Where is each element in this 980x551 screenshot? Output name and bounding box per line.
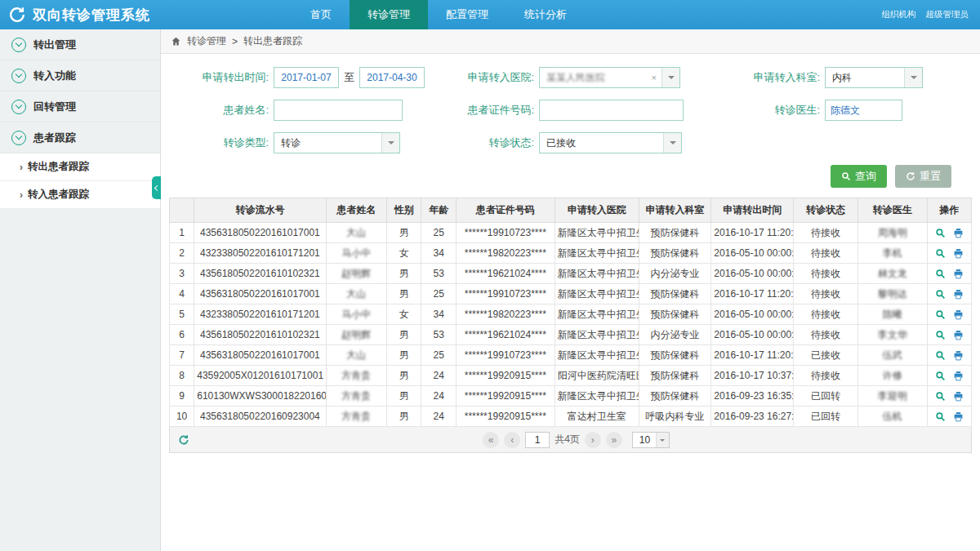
sidebar-item-return-management[interactable]: 回转管理 <box>0 91 160 122</box>
view-record-icon[interactable] <box>935 330 946 340</box>
cell-out-time: 2016-10-17 10:37: <box>711 366 794 386</box>
date-from-input[interactable] <box>274 67 339 88</box>
in-dept-label: 申请转入科室: <box>706 70 825 85</box>
cell-in-hospital: 富达村卫生室 <box>555 407 639 427</box>
sidebar-subitem-outgoing-patient-tracking[interactable]: › 转出患者跟踪 <box>0 153 160 181</box>
print-icon[interactable] <box>953 330 964 340</box>
referral-type-select[interactable]: 转诊 <box>274 132 400 153</box>
last-page-button[interactable]: » <box>606 432 622 448</box>
chevron-down-icon <box>656 433 669 447</box>
print-icon[interactable] <box>953 350 964 361</box>
print-icon[interactable] <box>953 371 964 381</box>
date-range-to-label: 至 <box>344 70 354 85</box>
view-record-icon[interactable] <box>935 289 946 300</box>
sidebar-item-label: 回转管理 <box>33 100 76 114</box>
nav-statistics[interactable]: 统计分析 <box>506 0 585 29</box>
cell-actions <box>927 407 972 427</box>
cell-doctor: 陈曦 <box>858 304 927 325</box>
col-actions: 操作 <box>927 198 972 223</box>
page-number-input[interactable] <box>525 432 550 448</box>
print-icon[interactable] <box>953 309 964 320</box>
org-link[interactable]: 组织机构 <box>882 9 916 20</box>
sidebar-item-label: 转入功能 <box>33 69 76 83</box>
row-index: 1 <box>170 223 194 243</box>
referral-status-select[interactable]: 已接收 <box>539 132 682 153</box>
sidebar: 转出管理 转入功能 回转管理 患者跟踪 › 转出患者跟踪 › 转入患者跟踪 <box>0 29 161 551</box>
cell-patient-name: 大山 <box>326 284 387 304</box>
cell-status: 待接收 <box>794 366 858 386</box>
next-page-button[interactable]: › <box>585 432 601 448</box>
sidebar-item-transfer-out[interactable]: 转出管理 <box>0 29 160 60</box>
in-dept-select[interactable]: 内科 <box>825 67 923 88</box>
cell-out-time: 2016-10-17 11:20: <box>711 223 794 243</box>
cell-in-department: 预防保健科 <box>639 284 711 304</box>
cell-patient-name: 方青贵 <box>326 386 387 407</box>
col-doctor: 转诊医生 <box>858 198 927 223</box>
sidebar-collapse-button[interactable] <box>152 176 161 199</box>
cell-in-hospital: 新隆区太寻中招卫生 <box>555 284 639 304</box>
in-hospital-select[interactable]: 某某人民医院 × <box>539 67 680 88</box>
cell-actions <box>927 223 972 243</box>
cell-gender: 男 <box>387 325 421 345</box>
col-in-hospital: 申请转入医院 <box>555 198 639 223</box>
view-record-icon[interactable] <box>935 228 946 238</box>
view-record-icon[interactable] <box>935 248 946 259</box>
in-dept-value: 内科 <box>832 71 852 85</box>
patient-id-input[interactable] <box>539 100 684 121</box>
sidebar-subitem-incoming-patient-tracking[interactable]: › 转入患者跟踪 <box>0 181 160 209</box>
sidebar-item-label: 患者跟踪 <box>33 131 76 145</box>
print-icon[interactable] <box>953 289 964 300</box>
chevron-right-icon: › <box>20 189 23 201</box>
breadcrumb-section[interactable]: 转诊管理 <box>187 34 226 48</box>
search-button[interactable]: 查询 <box>831 165 887 188</box>
sidebar-item-transfer-in[interactable]: 转入功能 <box>0 60 160 91</box>
print-icon[interactable] <box>953 248 964 259</box>
prev-page-button[interactable]: ‹ <box>504 432 520 448</box>
clear-icon[interactable]: × <box>652 73 657 82</box>
cell-in-department: 预防保健科 <box>639 304 711 325</box>
cell-serial: 4356318050220161017001 <box>194 284 326 304</box>
view-record-icon[interactable] <box>935 309 946 320</box>
view-record-icon[interactable] <box>935 269 946 279</box>
view-record-icon[interactable] <box>935 391 946 402</box>
cell-status: 已回转 <box>794 386 858 407</box>
sidebar-item-patient-tracking[interactable]: 患者跟踪 <box>0 122 160 153</box>
referral-status-label: 转诊状态: <box>441 136 539 150</box>
print-icon[interactable] <box>953 269 964 279</box>
print-icon[interactable] <box>953 391 964 402</box>
current-user-link[interactable]: 超级管理员 <box>926 9 969 20</box>
nav-referral-management[interactable]: 转诊管理 <box>350 0 428 29</box>
cell-gender: 男 <box>387 366 421 386</box>
reset-button[interactable]: 重置 <box>895 165 951 188</box>
first-page-button[interactable]: « <box>483 432 499 448</box>
cell-status: 待接收 <box>794 325 858 345</box>
cell-age: 24 <box>421 386 456 407</box>
refresh-icon[interactable] <box>178 434 189 446</box>
cell-in-hospital: 新隆区太寻中招卫生 <box>555 304 639 325</box>
nav-home[interactable]: 首页 <box>292 0 350 29</box>
cell-serial: 4356318050220161017001 <box>194 345 326 366</box>
view-record-icon[interactable] <box>935 411 946 422</box>
search-button-label: 查询 <box>855 169 876 184</box>
cell-serial: 4323380502201610171201 <box>194 304 326 325</box>
sidebar-subitem-label: 转出患者跟踪 <box>28 160 89 174</box>
print-icon[interactable] <box>953 228 964 238</box>
cell-in-department: 预防保健科 <box>639 243 711 264</box>
page-size-value: 10 <box>639 434 650 446</box>
total-pages-label: 共4页 <box>555 433 580 447</box>
view-record-icon[interactable] <box>935 350 946 361</box>
cell-out-time: 2016-05-10 00:00: <box>711 304 794 325</box>
results-table-wrap: 转诊流水号 患者姓名 性别 年龄 患者证件号码 申请转入医院 申请转入科室 申请… <box>161 198 980 427</box>
cell-in-department: 预防保健科 <box>639 366 711 386</box>
date-to-input[interactable] <box>359 67 425 88</box>
cell-serial: 4356180502201610102321 <box>194 325 326 345</box>
cell-doctor: 黎明达 <box>858 284 927 304</box>
cell-patient-name: 大山 <box>326 345 387 366</box>
patient-name-input[interactable] <box>274 100 403 121</box>
print-icon[interactable] <box>953 411 964 422</box>
view-record-icon[interactable] <box>935 371 946 381</box>
referral-doctor-input[interactable] <box>825 100 902 121</box>
nav-config-management[interactable]: 配置管理 <box>428 0 506 29</box>
cell-out-time: 2016-10-17 11:20: <box>711 345 794 366</box>
page-size-select[interactable]: 10 <box>632 432 670 448</box>
